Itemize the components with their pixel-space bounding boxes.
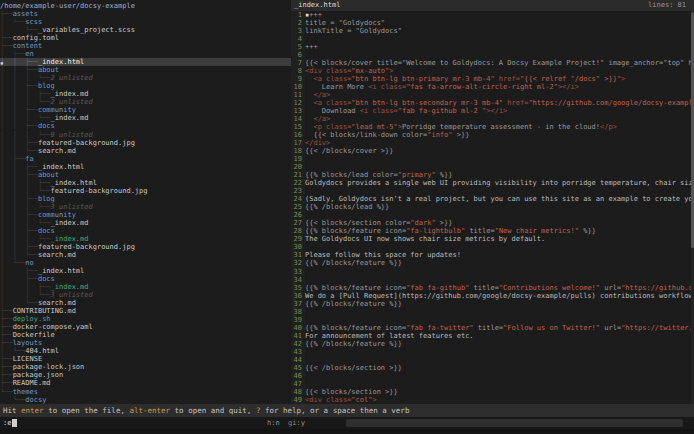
tree-branch-lines: ├──: [0, 307, 13, 315]
tree-row[interactable]: │ └──404.html: [0, 347, 291, 355]
line-number: 35: [291, 284, 305, 292]
command-input-bar[interactable]: :e h:n gi:y: [0, 417, 694, 429]
tree-row[interactable]: │ │ ├──blog: [0, 82, 291, 90]
code-line: 48{{< blocks/section >}}: [291, 388, 694, 396]
tree-dir-label: layouts: [13, 339, 43, 347]
tree-row[interactable]: │ │ ├──docs: [0, 122, 291, 130]
tree-row[interactable]: │ │ │ └──3 unlisted: [0, 203, 291, 211]
tree-row[interactable]: │ │ │ └──_index.md: [0, 114, 291, 122]
tree-row[interactable]: │ │ │ └──_index.md: [0, 219, 291, 227]
tree-row[interactable]: │ └──scss: [0, 18, 291, 26]
tree-row[interactable]: │ └──_variables_project.scss: [0, 26, 291, 34]
tree-row[interactable]: ├──README.md: [0, 379, 291, 387]
tree-dir-label: docsy: [25, 396, 46, 404]
tree-branch-lines: ├──: [0, 355, 13, 363]
tree-row[interactable]: │ │ ├──community: [0, 106, 291, 114]
line-content: [305, 268, 694, 276]
tree-row[interactable]: │ ├──_index.html: [0, 267, 291, 275]
tree-row[interactable]: │ │ │ └──2 unlisted: [0, 74, 291, 82]
tree-branch-lines: │ │ └──: [0, 251, 38, 259]
code-line: 28{{% blocks/feature icon="fa-lightbulb"…: [291, 227, 694, 235]
tree-row[interactable]: │ │ ├──community: [0, 211, 291, 219]
tree-file-label: _variables_project.scss: [38, 26, 135, 34]
tree-dir-label: no: [25, 259, 33, 267]
tree-row[interactable]: ├──package-lock.json: [0, 363, 291, 371]
tree-file-label: search.md: [38, 251, 76, 259]
tree-row[interactable]: │ │ └──3 unlisted: [0, 291, 291, 299]
tree-row[interactable]: │ │ ├──blog: [0, 195, 291, 203]
code-line: 22Goldydocs provides a single web UI pro…: [291, 179, 694, 187]
tree-row[interactable]: ├──LICENSE: [0, 355, 291, 363]
code-line: 4: [291, 35, 694, 43]
line-content: {{< /blocks/section >}}: [305, 364, 694, 372]
code-line: 20: [291, 163, 694, 171]
tree-file-label: search.md: [38, 299, 76, 307]
code-line: 2title = "Goldydocs": [291, 19, 694, 27]
tree-row[interactable]: │ │ └──search.md: [0, 251, 291, 259]
line-number: 34: [291, 276, 305, 284]
line-content: {{% /blocks/feature %}}: [305, 300, 694, 308]
tree-row[interactable]: │ │ │ ├──_index.html: [0, 179, 291, 187]
tree-row[interactable]: │ │ ├──featured-background.jpg: [0, 139, 291, 147]
tree-root-path[interactable]: /home/example-user/docsy-example: [0, 2, 291, 10]
tree-row[interactable]: ├──docker-compose.yaml: [0, 323, 291, 331]
tree-row-selected[interactable]: ▪│ │ ├──_index.html: [0, 58, 291, 66]
preview-panel: _index.html lines: 81 1▪+++2title = "Gol…: [291, 0, 694, 404]
tree-row[interactable]: │ │ ├──docs: [0, 227, 291, 235]
tree-row[interactable]: ├──deploy.sh: [0, 315, 291, 323]
tree-row[interactable]: ├──CONTRIBUTING.md: [0, 307, 291, 315]
line-number: 17: [291, 139, 305, 147]
tree-branch-lines: │ └──: [0, 18, 25, 26]
tree-row[interactable]: ├──layouts: [0, 339, 291, 347]
tree-row[interactable]: ├──package.json: [0, 371, 291, 379]
tree-row[interactable]: └──themes: [0, 388, 291, 396]
tree-row[interactable]: │ │ │ ├──_index.md: [0, 90, 291, 98]
line-content: ▪+++: [305, 11, 694, 19]
tree-row[interactable]: │ │ ├──about: [0, 171, 291, 179]
tree-row[interactable]: │ │ │ └──_index.md: [0, 235, 291, 243]
tree-row[interactable]: │ └──no: [0, 259, 291, 267]
tree-branch-lines: │ ├──: [0, 50, 25, 58]
code-line: 27{{< blocks/section color="dark" >}}: [291, 219, 694, 227]
tree-row[interactable]: │ │ │ └──9 unlisted: [0, 131, 291, 139]
tree-branch-lines: │ │ └──: [0, 147, 38, 155]
tree-row[interactable]: │ │ └──search.md: [0, 147, 291, 155]
tree-row[interactable]: │ │ ├──_index.md: [0, 283, 291, 291]
tree-file-label: deploy.sh: [13, 315, 51, 323]
tree-file-label: package-lock.json: [13, 363, 85, 371]
tree-row[interactable]: │ ├──docs: [0, 275, 291, 283]
command-input[interactable]: :e: [3, 417, 11, 429]
tree-row[interactable]: │ ├──en: [0, 50, 291, 58]
line-content: <p class="lead mt-5">Porridge temperatur…: [305, 123, 694, 131]
tree-row[interactable]: │ ├──fa: [0, 155, 291, 163]
tree-row[interactable]: │ │ ├──_index.html: [0, 163, 291, 171]
tree-row[interactable]: ├──Dockerfile: [0, 331, 291, 339]
tree-file-label: _index.html: [38, 58, 84, 66]
tree-row[interactable]: │ │ │ └──featured-background.jpg: [0, 187, 291, 195]
line-content: <div class="mx-auto">: [305, 67, 694, 75]
line-number: 40: [291, 324, 305, 332]
code-line: 39: [291, 316, 694, 324]
tree-row[interactable]: │ │ ├──about: [0, 66, 291, 74]
tree-dir-label: community: [38, 211, 76, 219]
tree-branch-lines: │ │ ├──: [0, 139, 38, 147]
flag-label: gi:: [280, 419, 301, 427]
tree-file-label: _index.md: [51, 90, 89, 98]
line-number: 37: [291, 300, 305, 308]
tree-row[interactable]: ├──assets: [0, 10, 291, 18]
tree-row[interactable]: ├──config.toml: [0, 34, 291, 42]
line-content: {{% /blocks/lead %}}: [305, 203, 694, 211]
line-content: {{< blocks/cover title="Welcome to Goldy…: [305, 59, 694, 67]
tree-row[interactable]: ├──content: [0, 42, 291, 50]
tree-dir-label: community: [38, 106, 76, 114]
tree-row[interactable]: │ │ ├──featured-background.jpg: [0, 243, 291, 251]
tree-row[interactable]: │ └──search.md: [0, 299, 291, 307]
line-number: 43: [291, 348, 305, 356]
code-line: 16 {{< blocks/link-down color="info" >}}: [291, 131, 694, 139]
line-content: The Goldydocs UI now shows chair size me…: [305, 235, 694, 243]
tree-row[interactable]: └──docsy: [0, 396, 291, 404]
code-line: 25{{% /blocks/lead %}}: [291, 203, 694, 211]
code-line: 11 </a>: [291, 91, 694, 99]
tree-file-label: LICENSE: [13, 355, 43, 363]
tree-row[interactable]: │ │ │ └──2 unlisted: [0, 98, 291, 106]
